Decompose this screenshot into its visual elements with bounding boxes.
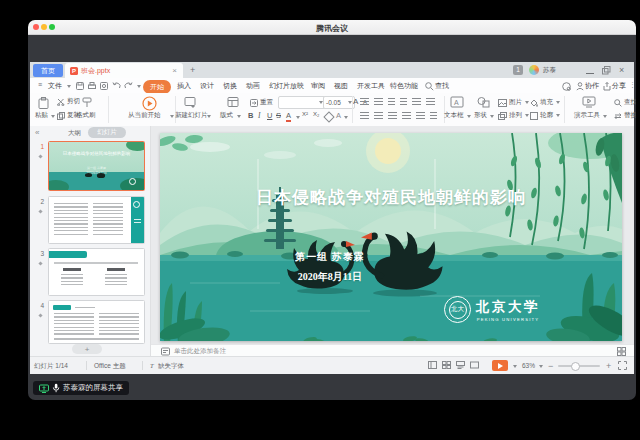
- notes-view-icon[interactable]: [456, 361, 465, 369]
- cloud-sync-icon[interactable]: [562, 82, 571, 91]
- font-size-combo[interactable]: -0.05: [323, 96, 355, 109]
- tab-transitions[interactable]: 切换: [223, 81, 237, 91]
- align-right-icon[interactable]: [388, 112, 397, 120]
- superscript-icon[interactable]: X²: [302, 111, 308, 117]
- slide-thumbnail-2[interactable]: [48, 196, 145, 244]
- italic-button[interactable]: I: [258, 111, 261, 120]
- wps-home-button[interactable]: 首页: [33, 64, 63, 77]
- new-tab-icon[interactable]: +: [190, 65, 195, 75]
- tab-features[interactable]: 特色功能: [390, 81, 418, 91]
- missing-fonts-warning[interactable]: 缺失字体: [158, 362, 184, 371]
- highlight-color-icon[interactable]: [323, 111, 334, 122]
- strikethrough-button[interactable]: S: [276, 111, 281, 120]
- tab-view[interactable]: 视图: [334, 81, 348, 91]
- play-options-caret-icon[interactable]: [513, 365, 517, 368]
- tab-slideshow[interactable]: 幻灯片放映: [269, 81, 304, 91]
- slide-thumbnail-1[interactable]: 日本侵略战争对殖民地朝鲜的影响 第一组 苏泰霖 2020年8月11日: [48, 141, 145, 191]
- reset-button[interactable]: 重置: [250, 98, 273, 107]
- find-button[interactable]: 查找: [614, 98, 636, 107]
- collaborate-icon[interactable]: [576, 82, 584, 91]
- play-from-current-button[interactable]: 从当前开始: [128, 111, 161, 120]
- slide-canvas[interactable]: 日本侵略战争对殖民地朝鲜的影响 第一组 苏泰霖 2020年8月11日 北大 北京…: [160, 133, 622, 341]
- cut-button[interactable]: 剪切: [57, 97, 80, 106]
- text-effects-icon[interactable]: A: [336, 111, 341, 120]
- window-restore-button[interactable]: [602, 66, 611, 75]
- fullscreen-icon[interactable]: [618, 361, 627, 370]
- fill-button[interactable]: 填充: [530, 98, 560, 107]
- present-tools-button[interactable]: 演示工具: [574, 111, 600, 120]
- layout-icon[interactable]: [227, 96, 240, 109]
- slide-thumbnail-4[interactable]: [48, 300, 145, 344]
- search-icon[interactable]: [425, 82, 434, 91]
- format-painter-button[interactable]: 格式刷: [76, 111, 96, 120]
- align-justify-icon[interactable]: [402, 112, 411, 120]
- present-tools-icon[interactable]: [582, 96, 596, 108]
- shapes-button[interactable]: 形状: [474, 111, 487, 120]
- textbox-icon[interactable]: A: [450, 96, 464, 108]
- font-color-button[interactable]: A: [286, 111, 291, 122]
- arrange-button[interactable]: 排列: [498, 111, 529, 120]
- font-name-combo[interactable]: [278, 96, 326, 109]
- play-from-current-icon[interactable]: [142, 96, 157, 111]
- line-spacing-icon[interactable]: [430, 112, 437, 120]
- find-menu-label[interactable]: 查找: [435, 81, 449, 91]
- collaborate-label[interactable]: 协作: [585, 81, 599, 91]
- tab-insert[interactable]: 插入: [177, 81, 191, 91]
- paste-icon[interactable]: [38, 97, 49, 109]
- share-icon[interactable]: [603, 82, 611, 91]
- new-slide-icon[interactable]: [184, 96, 197, 109]
- share-label[interactable]: 分享: [612, 81, 626, 91]
- picture-button[interactable]: 图片: [498, 98, 529, 107]
- text-direction-icon[interactable]: [426, 98, 435, 106]
- tab-devtools[interactable]: 开发工具: [357, 81, 385, 91]
- outline-tab[interactable]: 大纲: [68, 129, 81, 138]
- slide-presenter[interactable]: 第一组 苏泰霖: [160, 250, 500, 264]
- outdent-icon[interactable]: [388, 98, 395, 106]
- bold-button[interactable]: B: [248, 111, 253, 120]
- zoom-caret-icon[interactable]: [539, 365, 543, 368]
- animation-indicator-icon[interactable]: [38, 261, 42, 265]
- collapse-panel-icon[interactable]: «: [35, 128, 39, 137]
- account-name[interactable]: 苏泰: [543, 66, 556, 75]
- columns-icon[interactable]: [412, 98, 421, 106]
- numbering-icon[interactable]: [374, 98, 383, 106]
- window-close-button[interactable]: ×: [619, 65, 624, 75]
- animation-indicator-icon[interactable]: [38, 313, 42, 317]
- increase-font-icon[interactable]: A: [353, 97, 358, 106]
- document-tab[interactable]: P 班会.pptx ×: [65, 63, 183, 78]
- new-slide-button[interactable]: 新建幻灯片: [175, 111, 208, 120]
- tab-design[interactable]: 设计: [200, 81, 214, 91]
- align-left-icon[interactable]: [360, 112, 369, 120]
- align-center-icon[interactable]: [374, 112, 383, 120]
- quickbar-more-icon[interactable]: [137, 85, 141, 88]
- replace-button[interactable]: 替换: [614, 111, 636, 120]
- redo-icon[interactable]: [124, 82, 133, 90]
- reading-view-icon[interactable]: [470, 361, 479, 369]
- slide-title[interactable]: 日本侵略战争对殖民地朝鲜的影响: [160, 186, 622, 209]
- tab-review[interactable]: 审阅: [311, 81, 325, 91]
- print-icon[interactable]: [88, 82, 96, 90]
- textbox-button[interactable]: 文本框: [444, 111, 464, 120]
- slide-thumbnail-3[interactable]: [48, 248, 145, 296]
- hamburger-icon[interactable]: ≡: [38, 81, 42, 88]
- zoom-in-button[interactable]: +: [606, 361, 611, 371]
- notes-layout-icon[interactable]: [617, 347, 626, 356]
- underline-button[interactable]: U: [267, 111, 272, 120]
- undo-icon[interactable]: [112, 82, 121, 90]
- tab-animation[interactable]: 动画: [246, 81, 260, 91]
- tab-home[interactable]: 开始: [143, 80, 171, 94]
- layout-button[interactable]: 版式: [220, 111, 233, 120]
- subscript-icon[interactable]: X₂: [313, 111, 319, 117]
- animation-indicator-icon[interactable]: [38, 209, 42, 213]
- animation-indicator-icon[interactable]: [38, 154, 42, 158]
- normal-view-icon[interactable]: [428, 361, 437, 369]
- member-count-badge[interactable]: 1: [513, 65, 523, 75]
- zoom-level[interactable]: 63%: [522, 362, 535, 369]
- slides-tab[interactable]: 幻灯片: [88, 127, 126, 138]
- bullets-icon[interactable]: [360, 98, 369, 106]
- slide-sorter-view-icon[interactable]: [442, 361, 451, 369]
- zoom-slider-knob[interactable]: [571, 362, 580, 371]
- save-icon[interactable]: [76, 82, 84, 90]
- indent-icon[interactable]: [400, 98, 407, 106]
- close-tab-icon[interactable]: ×: [172, 66, 177, 75]
